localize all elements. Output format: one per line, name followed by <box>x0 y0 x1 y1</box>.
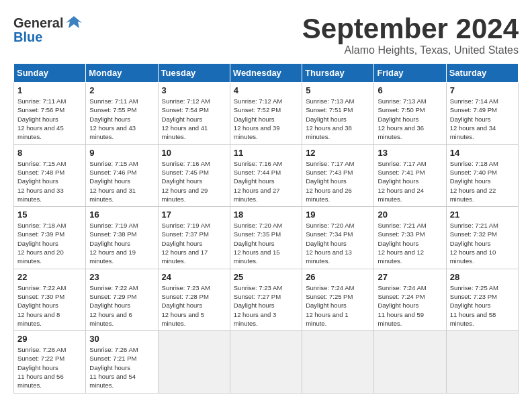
day-info-27: Sunrise: 7:24 AM Sunset: 7:24 PM Dayligh… <box>378 283 442 328</box>
day-number-14: 14 <box>450 148 515 158</box>
day-info-11: Sunrise: 7:16 AM Sunset: 7:44 PM Dayligh… <box>234 159 298 203</box>
month-title: September 2024 <box>302 13 519 44</box>
day-info-3: Sunrise: 7:12 AM Sunset: 7:54 PM Dayligh… <box>162 97 226 141</box>
day-info-14: Sunrise: 7:18 AM Sunset: 7:40 PM Dayligh… <box>450 159 515 203</box>
day-info-18: Sunrise: 7:20 AM Sunset: 7:35 PM Dayligh… <box>234 221 298 265</box>
day-number-4: 4 <box>234 85 298 95</box>
day-number-27: 27 <box>378 272 442 282</box>
day-14: 14 Sunrise: 7:18 AM Sunset: 7:40 PM Dayl… <box>446 144 518 206</box>
day-info-10: Sunrise: 7:16 AM Sunset: 7:45 PM Dayligh… <box>162 159 226 203</box>
day-21: 21 Sunrise: 7:21 AM Sunset: 7:32 PM Dayl… <box>446 207 518 269</box>
day-24: 24 Sunrise: 7:23 AM Sunset: 7:28 PM Dayl… <box>158 269 230 330</box>
day-number-13: 13 <box>378 148 442 158</box>
day-info-13: Sunrise: 7:17 AM Sunset: 7:41 PM Dayligh… <box>378 159 442 203</box>
day-25: 25 Sunrise: 7:23 AM Sunset: 7:27 PM Dayl… <box>230 269 302 330</box>
page-header: General Blue September 2024 Alamo Height… <box>13 13 519 56</box>
day-info-23: Sunrise: 7:22 AM Sunset: 7:29 PM Dayligh… <box>89 283 154 328</box>
day-number-23: 23 <box>89 272 154 282</box>
day-info-6: Sunrise: 7:13 AM Sunset: 7:50 PM Dayligh… <box>378 97 442 141</box>
day-info-8: Sunrise: 7:15 AM Sunset: 7:48 PM Dayligh… <box>17 159 82 203</box>
day-info-19: Sunrise: 7:20 AM Sunset: 7:34 PM Dayligh… <box>306 221 370 265</box>
day-number-24: 24 <box>162 272 226 282</box>
day-22: 22 Sunrise: 7:22 AM Sunset: 7:30 PM Dayl… <box>14 269 86 330</box>
day-info-26: Sunrise: 7:24 AM Sunset: 7:25 PM Dayligh… <box>306 283 370 328</box>
day-info-15: Sunrise: 7:18 AM Sunset: 7:39 PM Dayligh… <box>17 221 82 265</box>
col-monday: Monday <box>86 64 158 83</box>
day-number-12: 12 <box>306 148 370 158</box>
svg-marker-0 <box>66 16 82 28</box>
day-info-2: Sunrise: 7:11 AM Sunset: 7:55 PM Dayligh… <box>89 97 154 141</box>
day-info-12: Sunrise: 7:17 AM Sunset: 7:43 PM Dayligh… <box>306 159 370 203</box>
col-friday: Friday <box>374 64 446 83</box>
col-wednesday: Wednesday <box>230 64 302 83</box>
day-16: 16 Sunrise: 7:19 AM Sunset: 7:38 PM Dayl… <box>86 207 158 269</box>
day-5: 5 Sunrise: 7:13 AM Sunset: 7:51 PM Dayli… <box>302 83 374 144</box>
day-info-7: Sunrise: 7:14 AM Sunset: 7:49 PM Dayligh… <box>450 97 515 141</box>
day-number-30: 30 <box>89 334 154 344</box>
day-info-29: Sunrise: 7:26 AM Sunset: 7:22 PM Dayligh… <box>17 345 82 390</box>
day-info-22: Sunrise: 7:22 AM Sunset: 7:30 PM Dayligh… <box>17 283 82 328</box>
day-number-11: 11 <box>234 148 298 158</box>
day-2: 2 Sunrise: 7:11 AM Sunset: 7:55 PM Dayli… <box>86 83 158 144</box>
day-number-16: 16 <box>89 210 154 220</box>
day-27: 27 Sunrise: 7:24 AM Sunset: 7:24 PM Dayl… <box>374 269 446 330</box>
day-number-7: 7 <box>450 85 515 95</box>
logo-bird-icon <box>64 13 83 32</box>
week-row-1: 1 Sunrise: 7:11 AM Sunset: 7:56 PM Dayli… <box>14 83 519 144</box>
day-4: 4 Sunrise: 7:12 AM Sunset: 7:52 PM Dayli… <box>230 83 302 144</box>
logo: General Blue <box>13 13 83 45</box>
day-28: 28 Sunrise: 7:25 AM Sunset: 7:23 PM Dayl… <box>446 269 518 330</box>
empty-cell-w5-d5 <box>374 331 446 393</box>
day-23: 23 Sunrise: 7:22 AM Sunset: 7:29 PM Dayl… <box>86 269 158 330</box>
day-11: 11 Sunrise: 7:16 AM Sunset: 7:44 PM Dayl… <box>230 144 302 206</box>
week-row-4: 22 Sunrise: 7:22 AM Sunset: 7:30 PM Dayl… <box>14 269 519 330</box>
day-number-29: 29 <box>17 334 82 344</box>
day-number-26: 26 <box>306 272 370 282</box>
empty-cell-w5-d3 <box>230 331 302 393</box>
day-19: 19 Sunrise: 7:20 AM Sunset: 7:34 PM Dayl… <box>302 207 374 269</box>
week-row-5: 29 Sunrise: 7:26 AM Sunset: 7:22 PM Dayl… <box>14 331 519 393</box>
day-info-30: Sunrise: 7:26 AM Sunset: 7:21 PM Dayligh… <box>89 345 154 390</box>
day-number-6: 6 <box>378 85 442 95</box>
day-info-16: Sunrise: 7:19 AM Sunset: 7:38 PM Dayligh… <box>89 221 154 265</box>
col-thursday: Thursday <box>302 64 374 83</box>
day-number-28: 28 <box>450 272 515 282</box>
calendar-table: Sunday Monday Tuesday Wednesday Thursday… <box>13 63 519 393</box>
empty-cell-w5-d6 <box>446 331 518 393</box>
day-26: 26 Sunrise: 7:24 AM Sunset: 7:25 PM Dayl… <box>302 269 374 330</box>
location-title: Alamo Heights, Texas, United States <box>302 44 519 56</box>
day-number-18: 18 <box>234 210 298 220</box>
day-number-5: 5 <box>306 85 370 95</box>
day-30: 30 Sunrise: 7:26 AM Sunset: 7:21 PM Dayl… <box>86 331 158 393</box>
day-number-19: 19 <box>306 210 370 220</box>
day-15: 15 Sunrise: 7:18 AM Sunset: 7:39 PM Dayl… <box>14 207 86 269</box>
day-info-5: Sunrise: 7:13 AM Sunset: 7:51 PM Dayligh… <box>306 97 370 141</box>
day-6: 6 Sunrise: 7:13 AM Sunset: 7:50 PM Dayli… <box>374 83 446 144</box>
day-number-9: 9 <box>89 148 154 158</box>
calendar-header-row: Sunday Monday Tuesday Wednesday Thursday… <box>14 64 519 83</box>
day-1: 1 Sunrise: 7:11 AM Sunset: 7:56 PM Dayli… <box>14 83 86 144</box>
day-number-1: 1 <box>17 85 82 95</box>
day-info-21: Sunrise: 7:21 AM Sunset: 7:32 PM Dayligh… <box>450 221 515 265</box>
day-17: 17 Sunrise: 7:19 AM Sunset: 7:37 PM Dayl… <box>158 207 230 269</box>
day-number-3: 3 <box>162 85 226 95</box>
day-info-24: Sunrise: 7:23 AM Sunset: 7:28 PM Dayligh… <box>162 283 226 328</box>
day-8: 8 Sunrise: 7:15 AM Sunset: 7:48 PM Dayli… <box>14 144 86 206</box>
day-7: 7 Sunrise: 7:14 AM Sunset: 7:49 PM Dayli… <box>446 83 518 144</box>
day-number-2: 2 <box>89 85 154 95</box>
day-3: 3 Sunrise: 7:12 AM Sunset: 7:54 PM Dayli… <box>158 83 230 144</box>
day-number-20: 20 <box>378 210 442 220</box>
col-sunday: Sunday <box>14 64 86 83</box>
day-number-8: 8 <box>17 148 82 158</box>
day-info-20: Sunrise: 7:21 AM Sunset: 7:33 PM Dayligh… <box>378 221 442 265</box>
day-9: 9 Sunrise: 7:15 AM Sunset: 7:46 PM Dayli… <box>86 144 158 206</box>
day-18: 18 Sunrise: 7:20 AM Sunset: 7:35 PM Dayl… <box>230 207 302 269</box>
day-20: 20 Sunrise: 7:21 AM Sunset: 7:33 PM Dayl… <box>374 207 446 269</box>
col-saturday: Saturday <box>446 64 518 83</box>
day-number-21: 21 <box>450 210 515 220</box>
day-info-9: Sunrise: 7:15 AM Sunset: 7:46 PM Dayligh… <box>89 159 154 203</box>
day-number-22: 22 <box>17 272 82 282</box>
title-section: September 2024 Alamo Heights, Texas, Uni… <box>302 13 519 56</box>
day-number-17: 17 <box>162 210 226 220</box>
day-info-4: Sunrise: 7:12 AM Sunset: 7:52 PM Dayligh… <box>234 97 298 141</box>
